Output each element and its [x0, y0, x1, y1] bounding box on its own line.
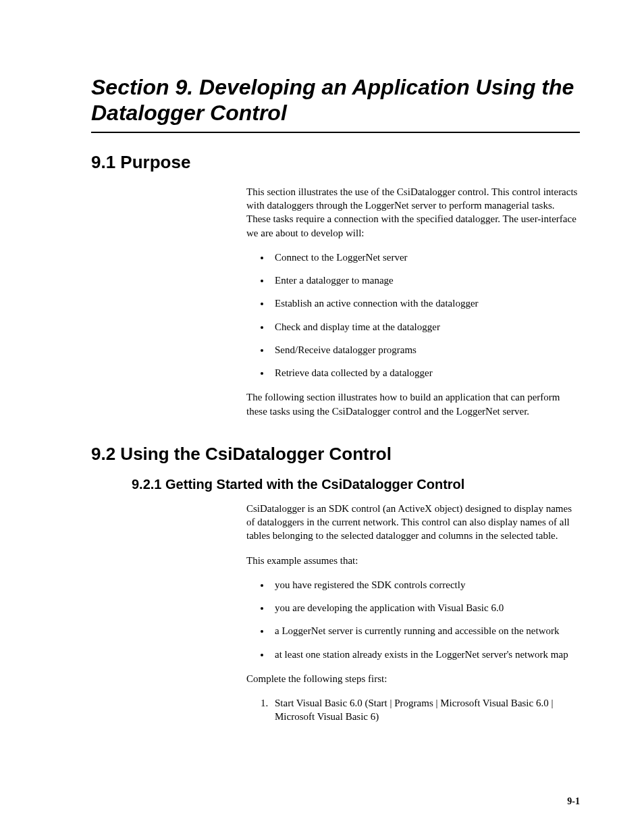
- list-item: at least one station already exists in t…: [271, 648, 580, 661]
- assumptions-bullet-list: you have registered the SDK controls cor…: [271, 578, 580, 661]
- list-item: you have registered the SDK controls cor…: [271, 578, 580, 592]
- outro-paragraph: The following section illustrates how to…: [246, 390, 580, 418]
- list-item: a LoggerNet server is currently running …: [271, 624, 580, 637]
- section-9-1-body: This section illustrates the use of the …: [246, 185, 580, 418]
- intro-paragraph: This section illustrates the use of the …: [246, 185, 580, 240]
- list-item: Check and display time at the datalogger: [271, 320, 580, 334]
- purpose-bullet-list: Connect to the LoggerNet server Enter a …: [271, 251, 580, 380]
- heading-9-1: 9.1 Purpose: [91, 152, 580, 173]
- page-number: 9-1: [567, 796, 580, 807]
- heading-9-2-1: 9.2.1 Getting Started with the CsiDatalo…: [132, 477, 580, 492]
- getting-started-p3: Complete the following steps first:: [246, 672, 580, 685]
- getting-started-p2: This example assumes that:: [246, 554, 580, 567]
- list-item: you are developing the application with …: [271, 601, 580, 615]
- section-title: Section 9. Developing an Application Usi…: [91, 74, 580, 133]
- list-item: Send/Receive datalogger programs: [271, 343, 580, 357]
- section-9-2-1-body: CsiDatalogger is an SDK control (an Acti…: [246, 502, 580, 724]
- list-item: Establish an active connection with the …: [271, 296, 580, 310]
- steps-list: Start Visual Basic 6.0 (Start | Programs…: [271, 696, 580, 724]
- list-item: Start Visual Basic 6.0 (Start | Programs…: [271, 696, 580, 724]
- list-item: Retrieve data collected by a datalogger: [271, 366, 580, 380]
- getting-started-p1: CsiDatalogger is an SDK control (an Acti…: [246, 502, 580, 543]
- heading-9-2: 9.2 Using the CsiDatalogger Control: [91, 444, 580, 465]
- list-item: Enter a datalogger to manage: [271, 273, 580, 287]
- list-item: Connect to the LoggerNet server: [271, 251, 580, 264]
